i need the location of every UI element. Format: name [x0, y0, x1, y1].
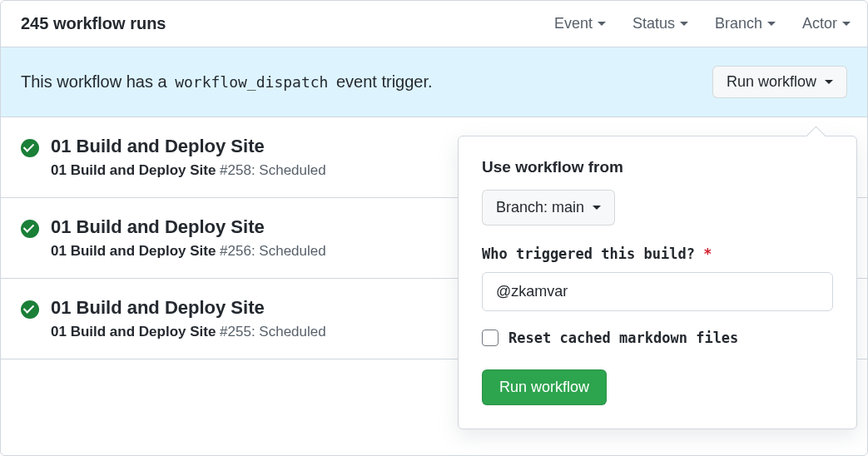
run-sub-rest: #256: Scheduled — [216, 243, 325, 259]
filter-actor[interactable]: Actor — [802, 15, 851, 32]
run-workflow-dropdown-button[interactable]: Run workflow — [712, 66, 847, 98]
success-icon — [21, 139, 39, 157]
reset-cache-row: Reset cached markdown files — [482, 330, 833, 346]
filter-status[interactable]: Status — [632, 15, 688, 32]
banner-text-before: This workflow has a — [21, 72, 171, 91]
success-icon — [21, 300, 39, 319]
banner-code: workflow_dispatch — [171, 73, 331, 91]
caret-down-icon — [593, 206, 601, 210]
success-icon — [21, 220, 39, 238]
run-sub-bold: 01 Build and Deploy Site — [51, 162, 216, 178]
run-sub-rest: #255: Scheduled — [216, 324, 325, 340]
caret-down-icon — [842, 22, 851, 26]
caret-down-icon — [598, 22, 606, 26]
required-asterisk: * — [703, 245, 712, 262]
caret-down-icon — [825, 80, 833, 84]
caret-down-icon — [767, 22, 776, 26]
run-workflow-heading: Use workflow from — [482, 158, 833, 176]
run-sub-rest: #258: Scheduled — [216, 162, 325, 178]
workflow-runs-panel: 245 workflow runs Event Status Branch Ac… — [0, 0, 868, 456]
banner-text-after: event trigger. — [331, 72, 432, 91]
filter-actor-label: Actor — [802, 15, 837, 32]
reset-cache-label: Reset cached markdown files — [508, 330, 738, 346]
trigger-input-label: Who triggered this build? * — [482, 245, 833, 262]
trigger-input-label-text: Who triggered this build? — [482, 245, 695, 262]
branch-select-button[interactable]: Branch: main — [482, 190, 615, 226]
filter-event-label: Event — [554, 15, 593, 32]
run-workflow-submit-button[interactable]: Run workflow — [482, 369, 607, 405]
run-workflow-label: Run workflow — [727, 73, 816, 91]
caret-down-icon — [680, 22, 688, 26]
filter-status-label: Status — [632, 15, 675, 32]
filter-branch[interactable]: Branch — [715, 15, 776, 32]
branch-select-label: Branch: main — [496, 199, 584, 216]
trigger-input[interactable] — [482, 272, 833, 311]
run-sub-bold: 01 Build and Deploy Site — [51, 324, 216, 340]
run-sub-bold: 01 Build and Deploy Site — [51, 243, 216, 259]
filter-bar: Event Status Branch Actor — [554, 15, 851, 32]
filter-branch-label: Branch — [715, 15, 762, 32]
dispatch-banner-text: This workflow has a workflow_dispatch ev… — [21, 72, 433, 92]
run-count-title: 245 workflow runs — [21, 14, 166, 33]
filter-event[interactable]: Event — [554, 15, 606, 32]
dispatch-banner: This workflow has a workflow_dispatch ev… — [1, 47, 867, 117]
run-workflow-panel: Use workflow from Branch: main Who trigg… — [458, 136, 857, 429]
list-header: 245 workflow runs Event Status Branch Ac… — [1, 1, 867, 47]
reset-cache-checkbox[interactable] — [482, 330, 498, 346]
